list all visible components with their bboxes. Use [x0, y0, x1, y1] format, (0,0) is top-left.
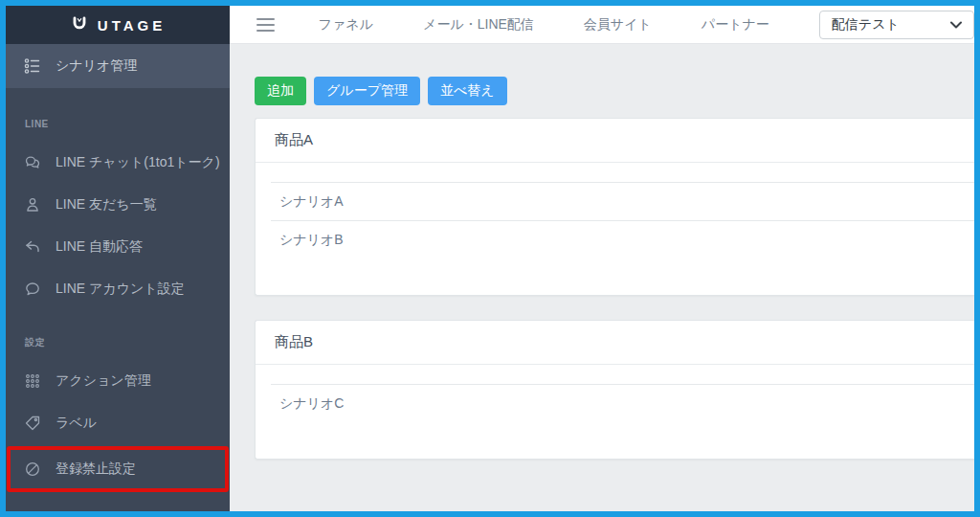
- group-card-product-b: 商品B シナリオC: [255, 320, 974, 460]
- person-icon: [23, 195, 42, 214]
- utage-logo-icon: [70, 15, 89, 34]
- sidebar: UTAGE シナリオ管理 LINE LINE チャット(1to1トーク): [6, 6, 230, 511]
- sidebar-item-label: LINE チャット(1to1トーク): [56, 154, 220, 171]
- logo-text: UTAGE: [98, 17, 166, 34]
- sidebar-item-scenario-management[interactable]: シナリオ管理: [6, 44, 230, 88]
- sidebar-item-line-auto-reply[interactable]: LINE 自動応答: [6, 226, 230, 268]
- group-manage-button[interactable]: グループ管理: [314, 77, 420, 105]
- scenario-row[interactable]: シナリオC: [271, 384, 974, 422]
- toolbar: 追加 グループ管理 並べ替え: [255, 77, 974, 105]
- hamburger-menu-icon[interactable]: [256, 18, 275, 32]
- group-card-product-a: 商品A シナリオA シナリオB: [255, 118, 974, 296]
- sidebar-item-action-management[interactable]: アクション管理: [6, 360, 230, 402]
- bulleted-list-icon: [23, 56, 42, 76]
- nav-link-funnel[interactable]: ファネル: [319, 16, 373, 34]
- sort-button[interactable]: 並べ替え: [428, 77, 507, 105]
- sidebar-item-label: LINE 友だち一覧: [56, 196, 157, 214]
- group-title: 商品B: [256, 321, 974, 365]
- sidebar-item-line-chat[interactable]: LINE チャット(1to1トーク): [6, 142, 230, 184]
- scenario-row[interactable]: シナリオA: [271, 182, 974, 220]
- sidebar-item-label: LINE アカウント設定: [56, 281, 185, 298]
- account-select[interactable]: 配信テスト: [819, 11, 974, 39]
- sidebar-item-registration-ban-settings[interactable]: 登録禁止設定: [11, 450, 225, 488]
- scenario-row[interactable]: シナリオB: [271, 220, 974, 258]
- tag-icon: [23, 414, 42, 433]
- sidebar-section-settings: 設定: [6, 310, 230, 360]
- scenario-list: シナリオA シナリオB: [256, 163, 974, 295]
- scenario-list: シナリオC: [256, 365, 974, 459]
- highlight-box: 登録禁止設定: [7, 446, 229, 492]
- prohibition-icon: [23, 460, 42, 479]
- sidebar-item-line-account-settings[interactable]: LINE アカウント設定: [6, 268, 230, 310]
- sidebar-item-label: シナリオ管理: [56, 57, 137, 75]
- sidebar-item-label: ラベル: [56, 415, 97, 432]
- chevron-down-icon: [950, 21, 962, 29]
- dots-grid-icon: [23, 371, 42, 391]
- sidebar-item-label: 登録禁止設定: [56, 461, 136, 478]
- top-navbar: ファネル メール・LINE配信 会員サイト パートナー 配信テスト: [230, 6, 974, 44]
- chat-bubbles-icon: [23, 153, 42, 172]
- reply-arrow-icon: [23, 237, 42, 257]
- sidebar-item-line-friends[interactable]: LINE 友だち一覧: [6, 184, 230, 226]
- speech-bubble-icon: [23, 280, 42, 299]
- group-title: 商品A: [256, 119, 974, 163]
- nav-link-partner[interactable]: パートナー: [702, 16, 769, 34]
- sidebar-item-labels[interactable]: ラベル: [6, 402, 230, 444]
- sidebar-section-line: LINE: [6, 88, 230, 142]
- sidebar-item-label: アクション管理: [56, 372, 151, 390]
- add-button[interactable]: 追加: [255, 77, 306, 105]
- app-window: UTAGE シナリオ管理 LINE LINE チャット(1to1トーク): [0, 0, 980, 517]
- main-area: ファネル メール・LINE配信 会員サイト パートナー 配信テスト 追加 グルー…: [230, 6, 974, 511]
- logo-link[interactable]: UTAGE: [6, 6, 230, 44]
- content-area: 追加 グループ管理 並べ替え 商品A シナリオA シナリオB 商品B シナリオC: [230, 44, 974, 511]
- nav-link-mail-line-delivery[interactable]: メール・LINE配信: [423, 16, 534, 34]
- account-select-value: 配信テスト: [832, 16, 900, 34]
- sidebar-item-label: LINE 自動応答: [56, 238, 143, 256]
- nav-link-member-site[interactable]: 会員サイト: [584, 16, 652, 34]
